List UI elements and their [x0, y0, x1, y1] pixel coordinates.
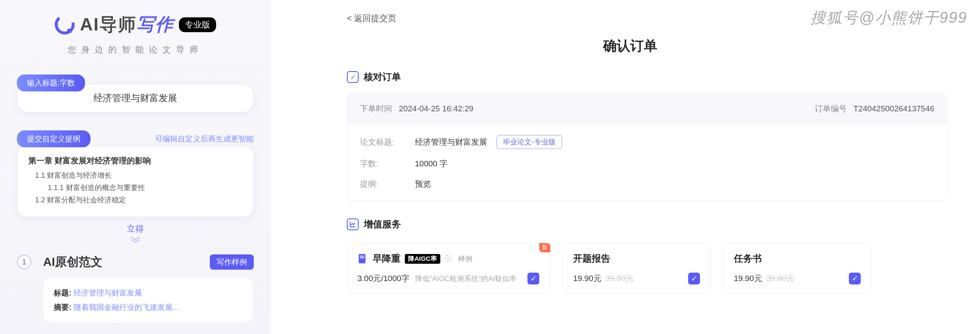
sample-title-value: 经济管理与财富发展 — [74, 289, 142, 297]
chart-icon — [347, 218, 359, 230]
words-label: 字数: — [360, 158, 415, 169]
outline-h1: 第一章 财富发展对经济管理的影响 — [28, 155, 242, 166]
service-card-report[interactable]: 开题报告 19.90元39.80元 ✓ — [563, 243, 711, 293]
page-title: 确认订单 — [313, 37, 947, 55]
order-no-label: 订单编号 — [815, 104, 847, 113]
outline-item: 1.2 财富分配与社会经济稳定 — [35, 195, 242, 205]
outline-label: 提纲: — [360, 179, 415, 190]
right-panel: < 返回提交页 确认订单 ✓ 核对订单 下单时间2024-04-25 16:42… — [313, 0, 973, 306]
words-value: 10000 字 — [415, 158, 447, 169]
svg-rect-3 — [360, 256, 364, 257]
order-no: T24042500264137546 — [854, 104, 934, 113]
svc2-title: 开题报告 — [573, 252, 610, 265]
outline-card[interactable]: 第一章 财富发展对经济管理的影响 1.1 财富创造与经济增长 1.1.1 财富创… — [17, 146, 254, 217]
svc3-price: 19.90元 — [734, 274, 762, 283]
service-card-task[interactable]: 任务书 19.90元39.80元 ✓ — [723, 243, 871, 293]
watermark: 搜狐号@小熊饼干999 — [810, 8, 967, 28]
svc1-sample-link[interactable]: 样例 — [458, 254, 472, 264]
tagline: 您身边的智能论文导师 — [17, 44, 254, 55]
svc3-title: 任务书 — [734, 252, 762, 265]
svc1-price: 3.00元/1000字 — [357, 274, 409, 283]
svg-rect-2 — [359, 254, 365, 263]
order-row-topic: 论文标题: 经济管理与财富发展 毕业论文-专业版 — [360, 135, 934, 149]
svc3-checkbox[interactable]: ✓ — [849, 273, 861, 284]
check-icon: ✓ — [347, 71, 359, 83]
step-row: 1 AI原创范文 写作样例 — [17, 254, 254, 270]
outline-section: 提交自定义提纲 可编辑自定义后再生成更智能 第一章 财富发展对经济管理的影响 1… — [17, 130, 254, 245]
input-section: 输入标题;字数 经济管理与财富发展 — [17, 75, 254, 113]
service-card-aigc[interactable]: 新 早降重 降AIGC率 ⓘ 样例 3.00元/1000字降低"AIGC检测系统… — [347, 243, 550, 293]
sample-button[interactable]: 写作样例 — [210, 254, 254, 270]
order-time: 2024-04-25 16:42:29 — [399, 104, 473, 113]
svc1-checkbox[interactable]: ✓ — [527, 273, 539, 284]
order-card: 下单时间2024-04-25 16:42:29 订单编号T24042500264… — [347, 94, 947, 201]
logo-text: AI导师写作 — [80, 13, 174, 36]
outline-item: 1.1 财富创造与经济增长 — [35, 171, 242, 180]
order-row-outline: 提纲: 预览 — [360, 179, 934, 190]
svc1-brand: 早降重 — [373, 252, 401, 265]
doc-icon — [357, 253, 368, 264]
svc2-old-price: 39.80元 — [606, 274, 634, 283]
preview-link[interactable]: 预览 — [415, 179, 431, 190]
topic-value: 经济管理与财富发展 — [415, 137, 487, 148]
step-number: 1 — [17, 255, 31, 269]
services-title: 增值服务 — [364, 218, 401, 231]
help-icon[interactable]: ⓘ — [445, 254, 451, 263]
chevron-down-icon — [17, 236, 254, 245]
svg-rect-4 — [360, 257, 364, 258]
svc3-old-price: 39.80元 — [766, 274, 795, 283]
topic-label: 论文标题: — [360, 137, 415, 148]
left-panel: AI导师写作 专业版 您身边的智能论文导师 输入标题;字数 经济管理与财富发展 … — [0, 0, 271, 334]
svc1-desc: 降低"AIGC检测系统"的AI疑似率 — [415, 275, 517, 283]
verify-title: 核对订单 — [364, 71, 401, 83]
aigc-badge: 降AIGC率 — [405, 254, 440, 264]
outline-hint: 可编辑自定义后再生成更智能 — [155, 134, 254, 144]
order-row-words: 字数: 10000 字 — [360, 158, 934, 169]
outline-item: 1.1.1 财富创造的概念与重要性 — [48, 183, 242, 193]
sample-card: 标题: 经济管理与财富发展 摘要: 随着我国金融行业的飞速发展... — [42, 277, 254, 323]
verify-section-header: ✓ 核对订单 — [347, 71, 947, 83]
outline-section-pill: 提交自定义提纲 — [17, 130, 91, 147]
input-section-pill: 输入标题;字数 — [17, 75, 85, 91]
paper-type-badge: 毕业论文-专业版 — [497, 135, 562, 149]
svc2-price: 19.90元 — [573, 274, 601, 283]
sample-abstract-label: 摘要: — [54, 303, 71, 312]
logo: AI导师写作 专业版 — [17, 13, 254, 36]
order-time-label: 下单时间 — [360, 104, 392, 113]
sample-title-label: 标题: — [54, 289, 71, 297]
step-title: AI原创范文 — [43, 254, 198, 270]
svc2-checkbox[interactable]: ✓ — [688, 273, 700, 284]
services-list: 新 早降重 降AIGC率 ⓘ 样例 3.00元/1000字降低"AIGC检测系统… — [347, 243, 947, 293]
sample-abstract-value: 随着我国金融行业的飞速发展... — [74, 303, 179, 312]
svg-rect-1 — [67, 29, 71, 33]
new-badge: 新 — [539, 243, 550, 252]
pro-badge: 专业版 — [179, 17, 216, 32]
lide-button[interactable]: 立得 — [127, 224, 144, 233]
services-section-header: 增值服务 — [347, 218, 947, 231]
order-meta: 下单时间2024-04-25 16:42:29 订单编号T24042500264… — [347, 94, 947, 124]
logo-icon — [55, 14, 75, 35]
